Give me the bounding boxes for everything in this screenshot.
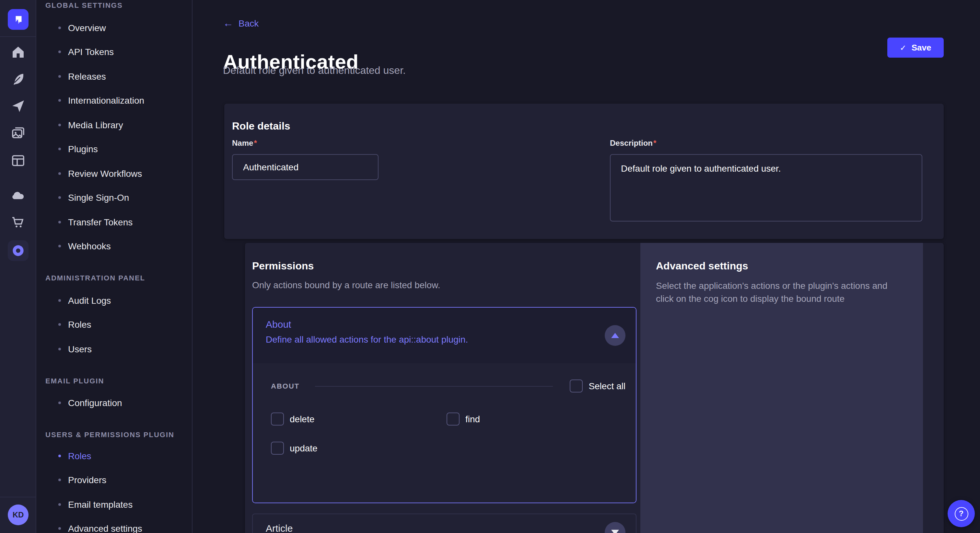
sidebar-item-media-library[interactable]: Media Library	[45, 113, 192, 137]
sidebar-item-configuration[interactable]: Configuration	[45, 391, 192, 415]
feather-icon[interactable]	[10, 71, 26, 87]
role-details-card: Role details Name* Description* Default …	[224, 104, 944, 239]
sidebar-item-internationalization[interactable]: Internationalization	[45, 89, 192, 113]
sidebar-item-overview[interactable]: Overview	[45, 16, 192, 40]
expand-article-button[interactable]	[605, 522, 625, 533]
sidebar-item-label: API Tokens	[68, 47, 114, 57]
sidebar-item-advanced-settings[interactable]: Advanced settings	[45, 517, 192, 533]
select-all-checkbox[interactable]	[570, 379, 583, 392]
send-icon[interactable]	[10, 98, 26, 114]
back-label: Back	[239, 18, 259, 29]
sidebar-item-roles[interactable]: Roles	[45, 313, 192, 337]
sidebar-item-transfer-tokens[interactable]: Transfer Tokens	[45, 210, 192, 234]
sidebar-item-api-tokens[interactable]: API Tokens	[45, 40, 192, 64]
sidebar-item-label: Single Sign-On	[68, 193, 129, 203]
name-label: Name*	[232, 139, 257, 148]
sidebar-item-audit-logs[interactable]: Audit Logs	[45, 288, 192, 313]
user-avatar[interactable]: KD	[8, 504, 29, 525]
role-details-heading: Role details	[232, 120, 936, 133]
bullet-icon	[58, 148, 61, 151]
sidebar-item-providers[interactable]: Providers	[45, 468, 192, 492]
nav-section-header: ADMINISTRATION PANEL	[45, 274, 192, 282]
save-label: Save	[912, 43, 931, 52]
sidebar-item-label: Advanced settings	[68, 523, 142, 533]
gear-icon	[12, 244, 25, 257]
update-checkbox[interactable]	[271, 442, 284, 455]
bullet-icon	[58, 172, 61, 175]
name-input[interactable]	[232, 154, 379, 180]
accordion-about-header[interactable]: About Define all allowed actions for the…	[253, 308, 636, 363]
bullet-icon	[58, 221, 61, 224]
sidebar-item-label: Roles	[68, 451, 91, 461]
bullet-icon	[58, 51, 61, 54]
rail-divider-bottom	[0, 497, 36, 497]
cart-icon[interactable]	[10, 214, 26, 230]
save-button[interactable]: ✓ Save	[887, 38, 944, 58]
bullet-icon	[58, 455, 61, 457]
permissions-column: Permissions Only actions bound by a rout…	[245, 243, 640, 533]
help-button[interactable]: ?	[948, 500, 975, 527]
description-label: Description*	[610, 139, 656, 148]
question-mark-icon: ?	[955, 507, 968, 520]
bullet-icon	[58, 197, 61, 199]
sidebar-item-label: Providers	[68, 475, 106, 485]
rail-item-settings-active[interactable]	[8, 240, 29, 261]
back-link[interactable]: ← Back	[223, 18, 259, 29]
find-checkbox[interactable]	[447, 412, 460, 425]
cloud-icon[interactable]	[10, 187, 26, 203]
sidebar-item-label: Internationalization	[68, 95, 144, 106]
required-asterisk: *	[254, 139, 257, 148]
sidebar-item-label: Roles	[68, 320, 91, 330]
bullet-icon	[58, 27, 61, 29]
sidebar-item-email-templates[interactable]: Email templates	[45, 492, 192, 517]
sidebar-item-roles[interactable]: Roles	[45, 444, 192, 468]
select-all-label: Select all	[589, 381, 625, 391]
advanced-settings-heading: Advanced settings	[656, 260, 907, 273]
bullet-icon	[58, 245, 61, 248]
chevron-down-icon	[611, 530, 619, 533]
sidebar-item-webhooks[interactable]: Webhooks	[45, 234, 192, 259]
accordion-article[interactable]: Article Define all allowed actions for t…	[252, 514, 636, 533]
rail-divider	[0, 36, 36, 37]
description-textarea[interactable]: Default role given to authenticated user…	[610, 154, 922, 222]
sidebar-item-label: Releases	[68, 71, 106, 82]
sidebar-item-label: Webhooks	[68, 241, 111, 252]
sidebar-item-releases[interactable]: Releases	[45, 64, 192, 89]
delete-checkbox[interactable]	[271, 412, 284, 425]
layout-icon[interactable]	[10, 153, 26, 168]
bullet-icon	[58, 299, 61, 302]
action-checkbox-grid: deletefindupdate	[271, 412, 625, 455]
check-icon: ✓	[900, 43, 907, 52]
about-group-label: ABOUT	[271, 382, 299, 390]
sidebar-item-plugins[interactable]: Plugins	[45, 137, 192, 161]
permissions-heading: Permissions	[252, 260, 636, 273]
update-label: update	[290, 443, 318, 453]
collapse-about-button[interactable]	[605, 325, 625, 346]
accordion-about: About Define all allowed actions for the…	[252, 307, 636, 503]
page-subtitle: Default role given to authenticated user…	[223, 65, 406, 76]
strapi-settings-page: KD GLOBAL SETTINGSOverviewAPI TokensRele…	[0, 0, 980, 533]
strapi-logo-icon	[12, 14, 24, 25]
main-nav-rail: KD	[0, 0, 36, 533]
strapi-logo[interactable]	[8, 9, 29, 30]
home-icon[interactable]	[10, 44, 26, 60]
advanced-settings-body: Select the application's actions or the …	[656, 280, 893, 305]
sidebar-item-single-sign-on[interactable]: Single Sign-On	[45, 186, 192, 210]
find-label: find	[465, 414, 480, 424]
bullet-icon	[58, 99, 61, 102]
bullet-icon	[58, 75, 61, 78]
sidebar-item-review-workflows[interactable]: Review Workflows	[45, 161, 192, 186]
back-arrow-icon: ←	[223, 19, 233, 28]
accordion-about-description: Define all allowed actions for the api::…	[266, 334, 594, 345]
nav-section-header: GLOBAL SETTINGS	[45, 1, 192, 9]
nav-section-header: USERS & PERMISSIONS PLUGIN	[45, 431, 192, 438]
sidebar-item-users[interactable]: Users	[45, 337, 192, 361]
sidebar-item-label: Configuration	[68, 398, 122, 408]
advanced-settings-panel: Advanced settings Select the application…	[640, 243, 923, 533]
permission-find: find	[447, 412, 625, 425]
card-right-gutter	[923, 243, 944, 533]
media-library-icon[interactable]	[10, 125, 26, 141]
nav-section-header: EMAIL PLUGIN	[45, 377, 192, 384]
required-asterisk: *	[653, 139, 656, 148]
bullet-icon	[58, 402, 61, 405]
